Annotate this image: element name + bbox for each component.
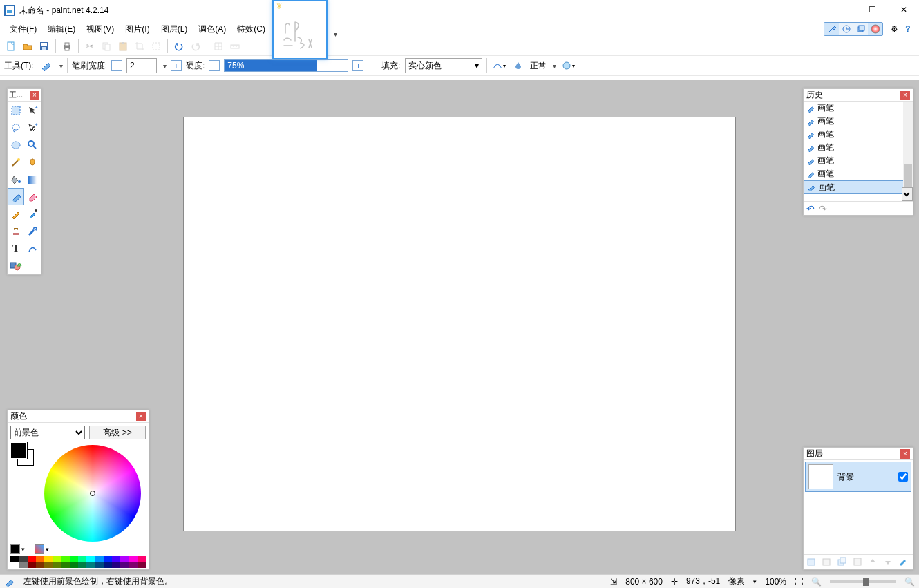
redo-icon[interactable] [189,39,202,53]
crop-icon[interactable] [133,39,146,53]
advanced-button[interactable]: 高级 >> [89,426,146,439]
tool-dropdown-icon[interactable]: ▾ [57,62,63,70]
help-icon[interactable]: ? [901,22,915,36]
palette-swatch[interactable] [78,562,86,568]
tool-text[interactable]: T [8,240,24,257]
toggle-colors-icon[interactable] [868,23,882,35]
duplicate-layer-icon[interactable] [837,556,849,569]
palette-swatch[interactable] [10,562,19,568]
palette-swatch[interactable] [10,556,19,562]
copy-icon[interactable] [100,39,113,53]
palette-swatch[interactable] [53,556,61,562]
close-button[interactable]: ✕ [888,0,919,19]
palette-swatch[interactable] [112,556,120,562]
history-item[interactable]: 画笔 [804,102,913,115]
history-item[interactable]: 画笔 [804,180,913,194]
palette-swatch[interactable] [36,562,44,568]
tool-lasso[interactable] [8,119,24,136]
brush-width-input[interactable] [126,58,157,73]
palette-swatch[interactable] [104,556,112,562]
toggle-tools-icon[interactable] [824,23,839,35]
color-target-select[interactable]: 前景色 [10,426,85,439]
tool-shapes[interactable] [8,257,24,274]
palette-swatch[interactable] [86,556,95,562]
tool-colorpicker[interactable] [24,205,41,222]
palette-swatch[interactable] [95,562,104,568]
tool-zoom[interactable] [24,136,41,153]
hardness-slider[interactable]: 75% [224,59,348,72]
history-dropdown[interactable] [902,187,913,201]
palette-swatch[interactable] [61,562,70,568]
history-redo-icon[interactable]: ↷ [819,203,827,214]
palette-swatch[interactable] [36,556,44,562]
layer-visible-checkbox[interactable] [898,472,908,482]
tool-rect-select[interactable] [8,102,24,119]
active-tool-icon[interactable] [38,58,53,73]
palette-swatch[interactable] [70,556,78,562]
palette-swatch[interactable] [138,562,146,568]
history-scrollbar[interactable] [903,102,913,201]
toggle-layers-icon[interactable] [853,23,868,35]
overwrite-icon[interactable]: ▾ [560,58,576,73]
tool-pan[interactable] [24,153,41,171]
ruler-icon[interactable] [228,39,242,53]
new-icon[interactable] [4,39,18,53]
maximize-button[interactable]: ☐ [857,0,888,19]
palette-swatch[interactable] [19,556,27,562]
history-panel-close[interactable]: × [900,91,910,100]
menu-view[interactable]: 视图(V) [81,21,120,37]
palette-swatch[interactable] [95,556,104,562]
print-icon[interactable] [60,39,74,53]
primary-secondary-swatch[interactable] [10,442,34,466]
palette-swatch[interactable] [104,562,112,568]
history-item[interactable]: 画笔 [804,128,913,141]
brush-width-plus[interactable]: + [171,60,182,71]
tools-panel-close[interactable]: × [30,91,39,100]
cut-icon[interactable]: ✂ [83,39,97,53]
swap-colors-icon[interactable] [10,544,20,554]
tool-fill[interactable] [8,171,24,188]
move-down-icon[interactable] [882,556,895,569]
palette-menu-icon[interactable] [35,544,44,554]
palette-swatch[interactable] [120,562,129,568]
document-thumbnail-tab[interactable]: ✳ [272,0,328,59]
palette-swatch[interactable] [120,556,129,562]
palette-swatch[interactable] [19,562,27,568]
history-undo-icon[interactable]: ↶ [806,203,815,214]
menu-edit[interactable]: 编辑(E) [42,21,81,37]
history-item[interactable]: 画笔 [804,154,913,167]
palette-swatch[interactable] [44,556,53,562]
palette-swatch[interactable] [70,562,78,568]
tool-paintbrush[interactable] [8,188,24,205]
menu-image[interactable]: 图片(I) [120,21,155,37]
hardness-plus[interactable]: + [352,60,363,71]
paste-icon[interactable] [116,39,130,53]
palette-swatch[interactable] [53,562,61,568]
palette-swatch[interactable] [86,562,95,568]
menu-layers[interactable]: 图层(L) [155,21,193,37]
tool-ellipse-select[interactable] [8,136,24,153]
layer-item[interactable]: 背景 [805,462,911,492]
thumbnail-dropdown-icon[interactable]: ▾ [332,30,337,38]
zoom-slider[interactable] [830,580,896,583]
canvas[interactable] [183,117,736,531]
palette-swatch[interactable] [112,562,120,568]
history-item[interactable]: 画笔 [804,115,913,128]
tool-line[interactable] [24,240,41,257]
layers-panel-close[interactable]: × [900,449,910,459]
tool-move-selected[interactable]: + [24,119,41,136]
toggle-history-icon[interactable] [839,23,853,35]
tool-magic-wand[interactable] [8,153,24,171]
palette-swatch[interactable] [129,556,138,562]
layer-properties-icon[interactable] [898,556,910,569]
menu-adjust[interactable]: 调色(A) [193,21,231,37]
palette-swatch[interactable] [138,556,146,562]
merge-layer-icon[interactable] [852,556,864,569]
delete-layer-icon[interactable] [822,556,834,569]
zoom-out-icon[interactable]: 🔍 [811,577,822,587]
history-item[interactable]: 画笔 [804,141,913,154]
fill-combo[interactable]: 实心颜色▾ [405,58,482,73]
history-item[interactable]: 画笔 [804,167,913,180]
fit-window-icon[interactable]: ⛶ [795,577,803,587]
tool-recolor[interactable]: c [24,222,41,240]
